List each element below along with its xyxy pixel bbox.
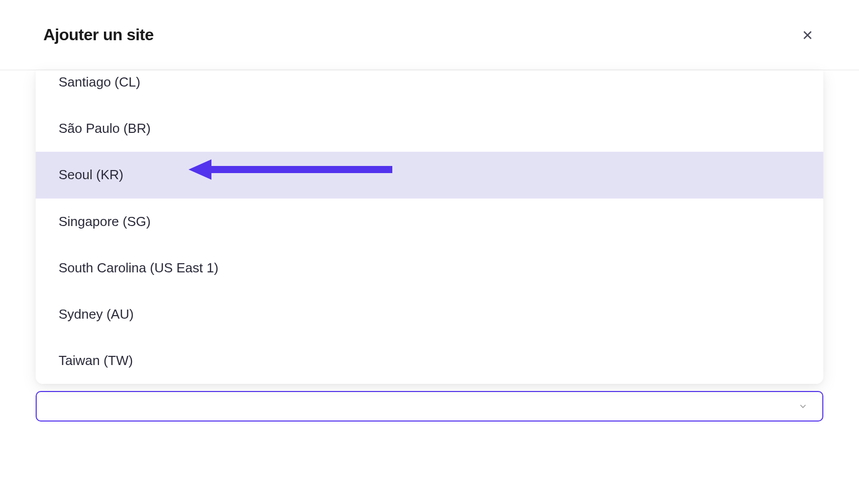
region-dropdown: Santiago (CL) São Paulo (BR) Seoul (KR) … [36, 70, 823, 384]
dropdown-item-singapore[interactable]: Singapore (SG) [36, 199, 823, 245]
dropdown-item-seoul[interactable]: Seoul (KR) [36, 152, 823, 198]
close-button[interactable] [799, 27, 816, 43]
dropdown-item-santiago[interactable]: Santiago (CL) [36, 70, 823, 105]
close-icon [801, 29, 814, 41]
modal-title: Ajouter un site [43, 25, 154, 44]
dropdown-item-south-carolina[interactable]: South Carolina (US East 1) [36, 245, 823, 291]
modal-header: Ajouter un site [0, 0, 859, 70]
dropdown-item-sao-paulo[interactable]: São Paulo (BR) [36, 105, 823, 152]
region-select[interactable] [36, 391, 823, 422]
dropdown-item-taiwan[interactable]: Taiwan (TW) [36, 338, 823, 384]
chevron-down-icon [798, 401, 808, 411]
dropdown-item-sydney[interactable]: Sydney (AU) [36, 291, 823, 338]
